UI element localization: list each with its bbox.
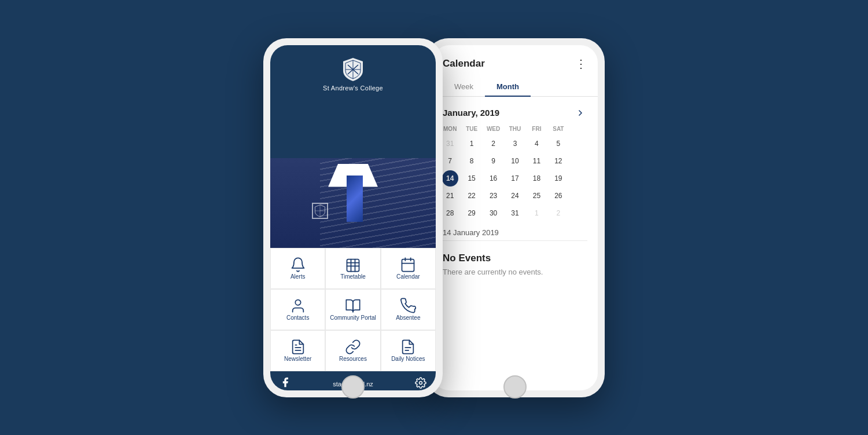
community-icon: [345, 298, 361, 314]
calendar-week-3: 14 15 16 17 18 19: [439, 170, 591, 187]
menu-item-community[interactable]: Community Portal: [325, 289, 380, 330]
calendar-tabs: Week Month: [432, 78, 598, 97]
school-logo-area: St Andrew's College: [323, 57, 383, 92]
menu-label-absentee: Absentee: [396, 314, 420, 321]
cal-cell-3[interactable]: 3: [507, 136, 523, 152]
menu-item-newsletter[interactable]: Newsletter: [270, 330, 325, 371]
uniform-badge: [312, 203, 328, 219]
svg-rect-9: [402, 259, 414, 271]
menu-label-daily-notices: Daily Notices: [391, 355, 425, 363]
menu-item-absentee[interactable]: Absentee: [381, 289, 436, 330]
cal-cell-28[interactable]: 28: [442, 205, 458, 221]
menu-label-calendar: Calendar: [396, 273, 420, 280]
calendar-week-1: 31 1 2 3 4 5: [439, 136, 591, 152]
menu-label-alerts: Alerts: [290, 273, 306, 280]
calendar-title: Calendar: [443, 58, 485, 70]
cal-cell-17[interactable]: 17: [507, 170, 523, 187]
calendar-month-nav: January, 2019: [432, 101, 598, 125]
resources-icon: [345, 339, 361, 355]
hero-image: [270, 158, 436, 248]
menu-item-timetable[interactable]: Timetable: [325, 248, 380, 289]
calendar-icon: [400, 257, 416, 273]
cal-cell-11[interactable]: 11: [528, 153, 545, 169]
newsletter-icon: [290, 339, 306, 355]
cal-cell-8[interactable]: 8: [464, 153, 480, 169]
school-name-label: St Andrew's College: [323, 85, 383, 92]
menu-grid: Alerts Timetable: [270, 248, 436, 371]
menu-item-alerts[interactable]: Alerts: [270, 248, 325, 289]
cal-cell-25[interactable]: 25: [528, 188, 545, 204]
phone-right-screen: Calendar ⋮ Week Month January, 2019: [432, 45, 598, 390]
calendar-week-2: 7 8 9 10 11 12: [439, 153, 591, 169]
cal-cell-18[interactable]: 18: [528, 170, 545, 187]
day-thu: THU: [504, 125, 525, 133]
day-sat: SAT: [547, 125, 569, 133]
svg-rect-4: [347, 259, 359, 271]
menu-item-calendar[interactable]: Calendar: [381, 248, 436, 289]
menu-label-timetable: Timetable: [340, 273, 366, 280]
phone-icon: [400, 298, 416, 314]
day-fri: FRI: [526, 125, 547, 133]
cal-cell-21[interactable]: 21: [442, 188, 458, 204]
daily-notices-icon: [400, 339, 416, 355]
no-events-text: There are currently no events.: [432, 268, 598, 276]
phone-left-screen: St Andrew's College: [270, 45, 436, 390]
calendar-selected-date: 14 January 2019: [432, 221, 598, 240]
calendar-next-button[interactable]: [573, 106, 587, 120]
cal-cell-19[interactable]: 19: [550, 170, 567, 187]
cal-cell-23[interactable]: 23: [486, 188, 502, 204]
cal-cell-1[interactable]: 1: [464, 136, 480, 152]
cal-cell-24[interactable]: 24: [507, 188, 523, 204]
contacts-icon: [290, 298, 306, 314]
cal-cell-16[interactable]: 16: [486, 170, 502, 187]
cal-cell-5[interactable]: 5: [550, 136, 567, 152]
cal-cell-30[interactable]: 30: [486, 205, 502, 221]
uniform-tie: [347, 176, 363, 222]
svg-point-18: [419, 381, 422, 384]
facebook-icon[interactable]: [279, 376, 291, 390]
phones-container: St Andrew's College: [263, 38, 605, 397]
cal-cell-12[interactable]: 12: [550, 153, 567, 169]
uniform-figure: [270, 158, 436, 248]
app-header: St Andrew's College: [270, 45, 436, 158]
cal-cell-31[interactable]: 31: [507, 205, 523, 221]
calendar-screen: Calendar ⋮ Week Month January, 2019: [432, 45, 598, 390]
home-button-left[interactable]: [341, 375, 365, 399]
cal-cell-22[interactable]: 22: [464, 188, 480, 204]
cal-cell-14-today[interactable]: 14: [442, 170, 458, 187]
cal-cell-2-next[interactable]: 2: [550, 205, 567, 221]
bell-icon: [290, 257, 306, 273]
svg-point-13: [295, 299, 300, 305]
cal-cell-26[interactable]: 26: [550, 188, 567, 204]
menu-label-contacts: Contacts: [286, 314, 309, 321]
calendar-week-5: 28 29 30 31 1 2: [439, 205, 591, 221]
calendar-month-label: January, 2019: [443, 108, 499, 118]
cal-cell-10[interactable]: 10: [507, 153, 523, 169]
phone-left: St Andrew's College: [263, 38, 443, 397]
cal-cell-7[interactable]: 7: [442, 153, 458, 169]
tab-week[interactable]: Week: [443, 78, 485, 97]
cal-cell-2[interactable]: 2: [486, 136, 502, 152]
cal-cell-15[interactable]: 15: [464, 170, 480, 187]
calendar-more-button[interactable]: ⋮: [575, 57, 587, 71]
cal-cell-29[interactable]: 29: [464, 205, 480, 221]
phone-right: Calendar ⋮ Week Month January, 2019: [425, 38, 605, 397]
timetable-icon: [345, 257, 361, 273]
cal-cell-9[interactable]: 9: [486, 153, 502, 169]
home-button-right[interactable]: [503, 375, 527, 399]
day-tue: TUE: [461, 125, 482, 133]
calendar-days-header: MON TUE WED THU FRI SAT: [439, 125, 591, 133]
menu-item-daily-notices[interactable]: Daily Notices: [381, 330, 436, 371]
menu-item-contacts[interactable]: Contacts: [270, 289, 325, 330]
menu-label-newsletter: Newsletter: [284, 355, 311, 363]
settings-icon[interactable]: [415, 377, 426, 390]
cal-cell-1-next[interactable]: 1: [528, 205, 545, 221]
calendar-weeks: 31 1 2 3 4 5 7 8 9 10: [439, 136, 591, 221]
day-wed: WED: [483, 125, 504, 133]
tab-month[interactable]: Month: [485, 78, 531, 97]
menu-item-resources[interactable]: Resources: [325, 330, 380, 371]
cal-cell-4[interactable]: 4: [528, 136, 545, 152]
cal-cell-31-prev[interactable]: 31: [442, 136, 458, 152]
no-events-title: No Events: [432, 241, 598, 268]
menu-label-resources: Resources: [339, 355, 367, 363]
